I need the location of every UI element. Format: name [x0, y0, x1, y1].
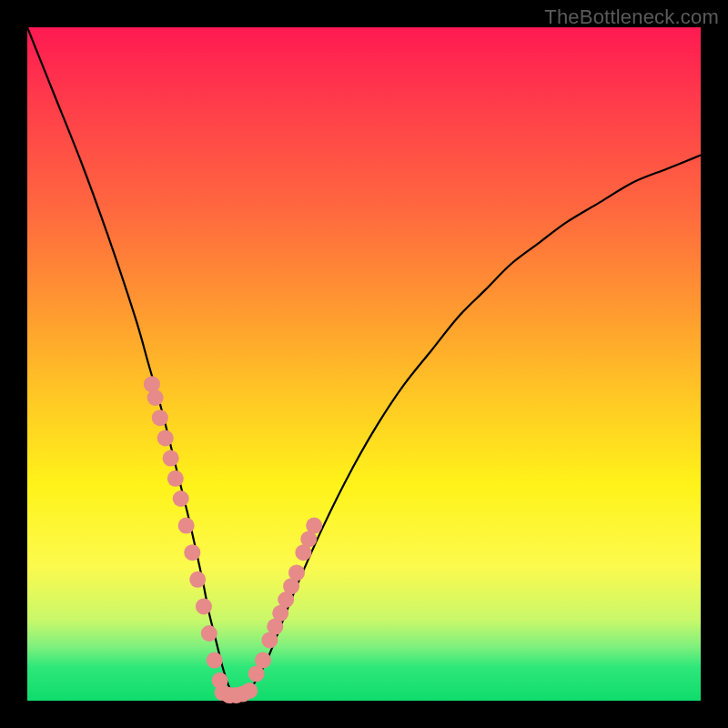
data-marker	[147, 389, 164, 406]
data-marker	[152, 410, 168, 426]
chart-svg	[27, 27, 701, 701]
data-marker	[167, 470, 184, 487]
data-marker	[184, 544, 200, 561]
data-marker	[189, 571, 206, 588]
data-marker	[178, 518, 195, 534]
data-marker	[207, 652, 223, 669]
chart-canvas: TheBottleneck.com	[0, 0, 728, 728]
plot-area	[27, 27, 701, 701]
bottleneck-curve	[27, 27, 701, 695]
data-marker	[255, 652, 271, 669]
data-marker	[173, 490, 189, 507]
data-marker	[306, 518, 322, 534]
data-marker	[157, 430, 174, 446]
data-marker	[196, 598, 212, 614]
watermark-text: TheBottleneck.com	[544, 5, 719, 29]
marker-cluster-bottom	[215, 682, 258, 703]
data-marker	[201, 625, 217, 642]
data-marker	[241, 682, 258, 699]
data-marker	[163, 450, 179, 467]
marker-cluster-right	[248, 518, 323, 682]
data-marker	[288, 564, 305, 581]
